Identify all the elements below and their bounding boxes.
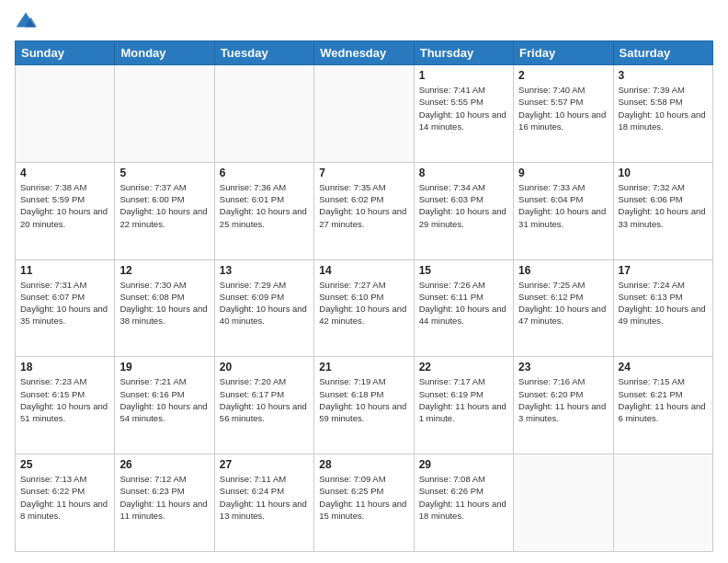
calendar-cell: 25Sunrise: 7:13 AM Sunset: 6:22 PM Dayli… bbox=[16, 454, 115, 552]
calendar-cell: 23Sunrise: 7:16 AM Sunset: 6:20 PM Dayli… bbox=[514, 357, 613, 454]
day-number: 3 bbox=[619, 69, 708, 82]
page: Sunday Monday Tuesday Wednesday Thursday… bbox=[0, 0, 728, 563]
calendar-cell: 27Sunrise: 7:11 AM Sunset: 6:24 PM Dayli… bbox=[214, 454, 313, 552]
calendar-cell: 17Sunrise: 7:24 AM Sunset: 6:13 PM Dayli… bbox=[613, 259, 712, 357]
day-number: 27 bbox=[220, 458, 309, 471]
calendar-cell: 8Sunrise: 7:34 AM Sunset: 6:03 PM Daylig… bbox=[414, 162, 513, 259]
day-number: 21 bbox=[319, 361, 408, 373]
calendar-cell bbox=[314, 65, 414, 163]
day-number: 1 bbox=[419, 69, 508, 82]
day-info: Sunrise: 7:36 AM Sunset: 6:01 PM Dayligh… bbox=[220, 181, 309, 230]
day-number: 15 bbox=[419, 264, 508, 277]
day-info: Sunrise: 7:11 AM Sunset: 6:24 PM Dayligh… bbox=[220, 473, 309, 522]
day-info: Sunrise: 7:35 AM Sunset: 6:02 PM Dayligh… bbox=[319, 181, 408, 230]
day-number: 11 bbox=[20, 264, 109, 277]
col-friday: Friday bbox=[514, 41, 613, 65]
calendar-cell: 11Sunrise: 7:31 AM Sunset: 6:07 PM Dayli… bbox=[16, 259, 115, 357]
day-number: 16 bbox=[518, 264, 608, 277]
day-info: Sunrise: 7:16 AM Sunset: 6:20 PM Dayligh… bbox=[518, 375, 608, 424]
calendar-cell: 4Sunrise: 7:38 AM Sunset: 5:59 PM Daylig… bbox=[16, 162, 115, 259]
calendar-cell: 12Sunrise: 7:30 AM Sunset: 6:08 PM Dayli… bbox=[115, 259, 214, 357]
day-number: 12 bbox=[119, 264, 209, 277]
day-info: Sunrise: 7:08 AM Sunset: 6:26 PM Dayligh… bbox=[419, 473, 508, 522]
calendar-cell: 9Sunrise: 7:33 AM Sunset: 6:04 PM Daylig… bbox=[514, 162, 613, 259]
calendar-cell: 6Sunrise: 7:36 AM Sunset: 6:01 PM Daylig… bbox=[214, 162, 313, 259]
day-number: 14 bbox=[319, 264, 408, 277]
col-sunday: Sunday bbox=[16, 41, 115, 65]
calendar-cell: 21Sunrise: 7:19 AM Sunset: 6:18 PM Dayli… bbox=[314, 357, 414, 454]
day-info: Sunrise: 7:37 AM Sunset: 6:00 PM Dayligh… bbox=[119, 181, 209, 230]
calendar-cell: 15Sunrise: 7:26 AM Sunset: 6:11 PM Dayli… bbox=[414, 259, 513, 357]
day-number: 6 bbox=[220, 167, 309, 179]
calendar-cell bbox=[16, 65, 115, 163]
calendar-week-row: 25Sunrise: 7:13 AM Sunset: 6:22 PM Dayli… bbox=[16, 454, 713, 552]
day-info: Sunrise: 7:33 AM Sunset: 6:04 PM Dayligh… bbox=[518, 181, 608, 230]
col-wednesday: Wednesday bbox=[314, 41, 414, 65]
day-number: 13 bbox=[220, 264, 309, 277]
calendar-cell: 3Sunrise: 7:39 AM Sunset: 5:58 PM Daylig… bbox=[613, 65, 712, 163]
day-number: 2 bbox=[518, 69, 608, 82]
day-info: Sunrise: 7:25 AM Sunset: 6:12 PM Dayligh… bbox=[518, 279, 608, 327]
calendar-cell: 24Sunrise: 7:15 AM Sunset: 6:21 PM Dayli… bbox=[613, 357, 712, 454]
calendar-cell: 26Sunrise: 7:12 AM Sunset: 6:23 PM Dayli… bbox=[115, 454, 214, 552]
header bbox=[15, 11, 713, 33]
day-info: Sunrise: 7:31 AM Sunset: 6:07 PM Dayligh… bbox=[20, 279, 109, 327]
day-number: 10 bbox=[619, 167, 708, 179]
logo bbox=[15, 11, 40, 33]
day-info: Sunrise: 7:17 AM Sunset: 6:19 PM Dayligh… bbox=[419, 375, 508, 424]
calendar-table: Sunday Monday Tuesday Wednesday Thursday… bbox=[15, 40, 713, 552]
calendar-cell: 10Sunrise: 7:32 AM Sunset: 6:06 PM Dayli… bbox=[613, 162, 712, 259]
day-info: Sunrise: 7:38 AM Sunset: 5:59 PM Dayligh… bbox=[20, 181, 109, 230]
day-info: Sunrise: 7:19 AM Sunset: 6:18 PM Dayligh… bbox=[319, 375, 408, 424]
day-info: Sunrise: 7:27 AM Sunset: 6:10 PM Dayligh… bbox=[319, 279, 408, 327]
day-info: Sunrise: 7:30 AM Sunset: 6:08 PM Dayligh… bbox=[119, 279, 209, 327]
calendar-cell bbox=[613, 454, 712, 552]
day-info: Sunrise: 7:40 AM Sunset: 5:57 PM Dayligh… bbox=[518, 84, 608, 132]
calendar-cell: 28Sunrise: 7:09 AM Sunset: 6:25 PM Dayli… bbox=[314, 454, 414, 552]
day-info: Sunrise: 7:34 AM Sunset: 6:03 PM Dayligh… bbox=[419, 181, 508, 230]
day-number: 17 bbox=[619, 264, 708, 277]
calendar-cell: 29Sunrise: 7:08 AM Sunset: 6:26 PM Dayli… bbox=[414, 454, 513, 552]
calendar-week-row: 11Sunrise: 7:31 AM Sunset: 6:07 PM Dayli… bbox=[16, 259, 713, 357]
calendar-cell: 20Sunrise: 7:20 AM Sunset: 6:17 PM Dayli… bbox=[214, 357, 313, 454]
day-number: 24 bbox=[619, 361, 708, 373]
day-number: 23 bbox=[518, 361, 608, 373]
day-number: 9 bbox=[518, 167, 608, 179]
day-number: 26 bbox=[119, 458, 209, 471]
calendar-cell bbox=[214, 65, 313, 163]
day-number: 28 bbox=[319, 458, 408, 471]
day-info: Sunrise: 7:24 AM Sunset: 6:13 PM Dayligh… bbox=[619, 279, 708, 327]
logo-icon bbox=[15, 11, 37, 33]
calendar-cell bbox=[115, 65, 214, 163]
calendar-cell: 1Sunrise: 7:41 AM Sunset: 5:55 PM Daylig… bbox=[414, 65, 513, 163]
calendar-week-row: 18Sunrise: 7:23 AM Sunset: 6:15 PM Dayli… bbox=[16, 357, 713, 454]
day-number: 25 bbox=[20, 458, 109, 471]
day-info: Sunrise: 7:09 AM Sunset: 6:25 PM Dayligh… bbox=[319, 473, 408, 522]
day-info: Sunrise: 7:20 AM Sunset: 6:17 PM Dayligh… bbox=[220, 375, 309, 424]
calendar-cell: 19Sunrise: 7:21 AM Sunset: 6:16 PM Dayli… bbox=[115, 357, 214, 454]
day-info: Sunrise: 7:15 AM Sunset: 6:21 PM Dayligh… bbox=[619, 375, 708, 424]
calendar-cell bbox=[514, 454, 613, 552]
day-number: 7 bbox=[319, 167, 408, 179]
day-info: Sunrise: 7:26 AM Sunset: 6:11 PM Dayligh… bbox=[419, 279, 508, 327]
day-info: Sunrise: 7:23 AM Sunset: 6:15 PM Dayligh… bbox=[20, 375, 109, 424]
day-info: Sunrise: 7:21 AM Sunset: 6:16 PM Dayligh… bbox=[119, 375, 209, 424]
calendar-cell: 2Sunrise: 7:40 AM Sunset: 5:57 PM Daylig… bbox=[514, 65, 613, 163]
day-number: 8 bbox=[419, 167, 508, 179]
day-number: 4 bbox=[20, 167, 109, 179]
day-info: Sunrise: 7:39 AM Sunset: 5:58 PM Dayligh… bbox=[619, 84, 708, 132]
day-number: 5 bbox=[119, 167, 209, 179]
day-number: 29 bbox=[419, 458, 508, 471]
day-number: 18 bbox=[20, 361, 109, 373]
calendar-cell: 14Sunrise: 7:27 AM Sunset: 6:10 PM Dayli… bbox=[314, 259, 414, 357]
day-number: 19 bbox=[119, 361, 209, 373]
day-number: 20 bbox=[220, 361, 309, 373]
col-thursday: Thursday bbox=[414, 41, 513, 65]
calendar-cell: 18Sunrise: 7:23 AM Sunset: 6:15 PM Dayli… bbox=[16, 357, 115, 454]
day-number: 22 bbox=[419, 361, 508, 373]
calendar-week-row: 4Sunrise: 7:38 AM Sunset: 5:59 PM Daylig… bbox=[16, 162, 713, 259]
calendar-cell: 13Sunrise: 7:29 AM Sunset: 6:09 PM Dayli… bbox=[214, 259, 313, 357]
day-info: Sunrise: 7:13 AM Sunset: 6:22 PM Dayligh… bbox=[20, 473, 109, 522]
calendar-cell: 16Sunrise: 7:25 AM Sunset: 6:12 PM Dayli… bbox=[514, 259, 613, 357]
day-info: Sunrise: 7:32 AM Sunset: 6:06 PM Dayligh… bbox=[619, 181, 708, 230]
